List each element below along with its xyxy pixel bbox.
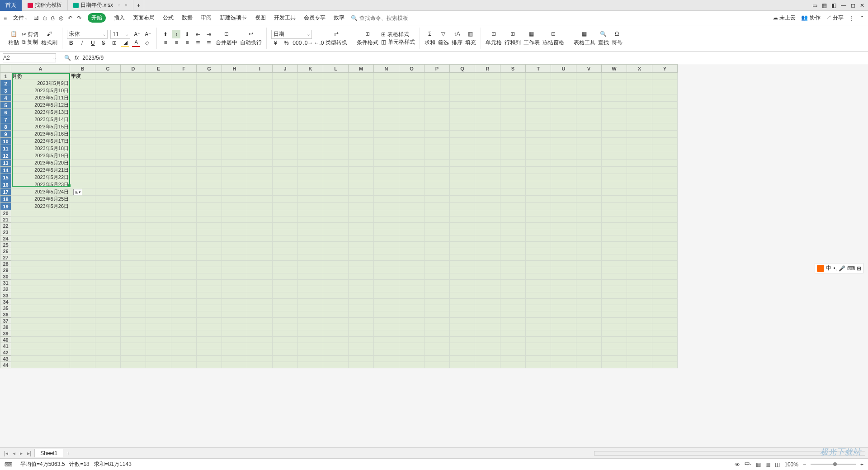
cell[interactable] — [197, 280, 222, 286]
cell[interactable] — [425, 223, 450, 229]
save-icon[interactable]: 🖫 — [33, 15, 39, 21]
row-header[interactable]: 4 — [0, 94, 11, 102]
cell[interactable] — [500, 362, 526, 368]
cell[interactable] — [349, 196, 374, 203]
cell[interactable] — [171, 273, 197, 280]
cell[interactable] — [652, 73, 678, 80]
cell[interactable] — [526, 267, 551, 273]
maximize-icon[interactable]: ◻ — [851, 2, 855, 9]
cell[interactable] — [298, 145, 323, 152]
cell[interactable] — [273, 138, 298, 145]
cell[interactable] — [146, 299, 171, 305]
cell[interactable] — [70, 174, 95, 181]
ime-kb-icon[interactable]: ⌨ — [847, 265, 855, 272]
cell[interactable] — [273, 167, 298, 174]
cell[interactable] — [197, 254, 222, 261]
cell[interactable] — [121, 152, 146, 160]
cell[interactable] — [247, 109, 273, 116]
cell[interactable] — [652, 254, 678, 261]
cell[interactable] — [526, 145, 551, 152]
cell[interactable] — [95, 349, 121, 356]
cell[interactable]: 2023年5月13日 — [11, 109, 70, 116]
cell[interactable] — [121, 102, 146, 109]
cell[interactable] — [374, 311, 399, 318]
cell[interactable] — [222, 131, 247, 138]
cell[interactable] — [450, 311, 475, 318]
cell[interactable] — [627, 362, 652, 368]
cell[interactable] — [399, 248, 425, 254]
cell[interactable] — [222, 188, 247, 196]
cell[interactable] — [273, 343, 298, 349]
ime-lang[interactable]: 中 — [826, 264, 831, 272]
col-header[interactable]: P — [425, 65, 450, 73]
cell[interactable] — [450, 356, 475, 362]
cell[interactable] — [349, 292, 374, 299]
cell[interactable] — [652, 109, 678, 116]
minimize-icon[interactable]: — — [841, 2, 846, 9]
cell[interactable] — [374, 73, 399, 80]
cell[interactable] — [652, 242, 678, 248]
cell[interactable] — [374, 145, 399, 152]
cell[interactable] — [70, 356, 95, 362]
cell[interactable] — [273, 87, 298, 94]
cell[interactable] — [551, 188, 576, 196]
cell[interactable] — [425, 362, 450, 368]
cell[interactable] — [475, 73, 500, 80]
cell[interactable] — [247, 138, 273, 145]
border-button[interactable]: ⊞ — [110, 39, 118, 47]
view-break-icon[interactable]: ◫ — [775, 461, 780, 468]
cell[interactable] — [652, 216, 678, 223]
cell[interactable] — [247, 203, 273, 210]
cell[interactable] — [475, 280, 500, 286]
cell[interactable] — [652, 196, 678, 203]
cell[interactable] — [602, 210, 627, 216]
cell[interactable] — [500, 286, 526, 292]
cell[interactable] — [146, 229, 171, 235]
cell[interactable] — [526, 235, 551, 242]
cell[interactable] — [450, 223, 475, 229]
cell[interactable] — [273, 318, 298, 324]
cell[interactable] — [323, 145, 349, 152]
cell[interactable] — [70, 109, 95, 116]
cell[interactable] — [374, 223, 399, 229]
cell[interactable] — [273, 292, 298, 299]
row-header[interactable]: 7 — [0, 116, 11, 123]
cell[interactable] — [273, 152, 298, 160]
cell[interactable] — [171, 305, 197, 311]
zoom-value[interactable]: 100% — [784, 461, 798, 468]
row-header[interactable]: 19 — [0, 203, 11, 210]
cell-button[interactable]: ⊡单元格 — [486, 30, 502, 47]
cell[interactable] — [652, 299, 678, 305]
cell[interactable] — [273, 181, 298, 188]
cell[interactable] — [222, 337, 247, 343]
cell[interactable] — [602, 145, 627, 152]
cell[interactable] — [576, 318, 602, 324]
cell[interactable] — [399, 286, 425, 292]
cell[interactable] — [323, 181, 349, 188]
cell[interactable] — [247, 273, 273, 280]
cell[interactable] — [602, 299, 627, 305]
cell[interactable] — [450, 248, 475, 254]
row-header[interactable]: 15 — [0, 174, 11, 181]
cell[interactable] — [95, 145, 121, 152]
collapse-icon[interactable]: ⌃ — [860, 15, 864, 21]
cell[interactable] — [576, 145, 602, 152]
cell[interactable] — [399, 299, 425, 305]
cell[interactable] — [652, 318, 678, 324]
cell[interactable] — [222, 203, 247, 210]
cell[interactable] — [298, 267, 323, 273]
cell[interactable] — [171, 362, 197, 368]
cell[interactable] — [526, 138, 551, 145]
row-header[interactable]: 34 — [0, 299, 11, 305]
cell[interactable] — [11, 216, 70, 223]
cell[interactable] — [500, 210, 526, 216]
tab-close-icon[interactable]: ○ — [118, 3, 120, 8]
cell[interactable] — [627, 210, 652, 216]
cell[interactable] — [576, 311, 602, 318]
cell[interactable] — [500, 109, 526, 116]
cell[interactable] — [576, 216, 602, 223]
cell[interactable] — [247, 235, 273, 242]
cell[interactable] — [273, 286, 298, 292]
cell[interactable] — [121, 167, 146, 174]
cell[interactable] — [576, 80, 602, 87]
